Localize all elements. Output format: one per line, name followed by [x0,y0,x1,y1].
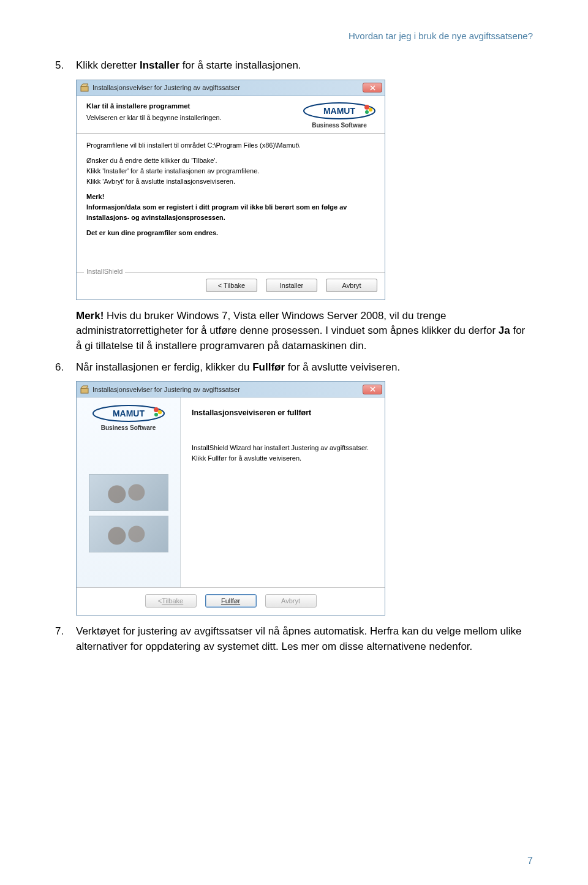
svg-point-6 [365,110,369,114]
decorative-image [89,474,168,511]
back-button[interactable]: < Tilbake [206,279,257,292]
close-button[interactable] [363,385,382,394]
step-number: 7. [55,624,76,654]
back-button-label: Tilbake [162,597,183,604]
svg-text:MAMUT: MAMUT [112,409,145,418]
svg-point-13 [154,413,158,416]
decorative-image [89,516,168,552]
installshield-label: InstallShield [84,268,125,275]
step-number: 5. [55,58,76,73]
svg-point-4 [364,105,369,110]
document-running-header: Hvordan tar jeg i bruk de nye avgiftssat… [55,31,533,41]
svg-rect-7 [81,388,88,393]
logo-subtitle: Business Software [301,122,377,129]
svg-marker-8 [81,386,88,388]
svg-point-12 [157,410,161,414]
wizard-message: InstallShield Wizard har installert Just… [192,443,374,463]
logo-subtitle: Business Software [92,424,165,431]
wizard-heading: Klar til å installere programmet [86,102,301,110]
finish-button[interactable]: Fullfør [205,594,257,608]
back-button: < Tilbake [145,594,197,608]
installer-package-icon [80,83,89,92]
wizard-side-panel: MAMUT Business Software [77,397,181,587]
step-number: 6. [55,360,76,375]
install-wizard-complete-dialog: Installasjonsveiviser for Justering av a… [76,381,385,616]
page-number: 7 [527,856,533,867]
mamut-logo: MAMUT Business Software [301,102,377,129]
wizard-heading: Installasjonsveiviseren er fullført [192,409,374,417]
svg-text:MAMUT: MAMUT [323,106,356,116]
dialog-title: Installasjonsveiviser for Justering av a… [92,386,363,393]
svg-rect-0 [81,86,88,91]
wizard-subheading: Veiviseren er klar til å begynne install… [86,114,301,121]
dialog-titlebar: Installasjonsveiviser for Justering av a… [77,80,385,96]
step-text: Når installasjonen er ferdig, klikker du… [76,360,533,375]
step-7: 7. Verktøyet for justering av avgiftssat… [55,624,533,654]
dialog-titlebar: Installasjonsveiviser for Justering av a… [77,382,385,397]
install-wizard-ready-dialog: Installasjonsveiviser for Justering av a… [76,80,385,300]
wizard-button-bar: InstallShield < Tilbake Installer Avbryt [77,272,385,299]
step-text: Verktøyet for justering av avgiftssatser… [76,624,533,654]
install-button[interactable]: Installer [266,279,317,292]
dialog-title: Installasjonsveiviser for Justering av a… [92,84,363,91]
step-5: 5. Klikk deretter Installer for å starte… [55,58,533,73]
installer-package-icon [80,385,89,394]
cancel-button[interactable]: Avbryt [326,279,377,292]
svg-point-11 [154,407,159,412]
svg-marker-1 [81,84,88,86]
wizard-button-bar: < Tilbake Fullfør Avbryt [77,587,385,615]
close-button[interactable] [363,83,382,92]
mamut-logo: MAMUT Business Software [92,405,165,431]
svg-point-5 [369,107,372,111]
wizard-body: Programfilene vil bli installert til omr… [77,134,385,272]
cancel-button: Avbryt [265,594,317,608]
step-text: Klikk deretter Installer for å starte in… [76,58,533,73]
note-paragraph: Merk! Hvis du bruker Windows 7, Vista el… [76,309,533,354]
step-6: 6. Når installasjonen er ferdig, klikker… [55,360,533,375]
